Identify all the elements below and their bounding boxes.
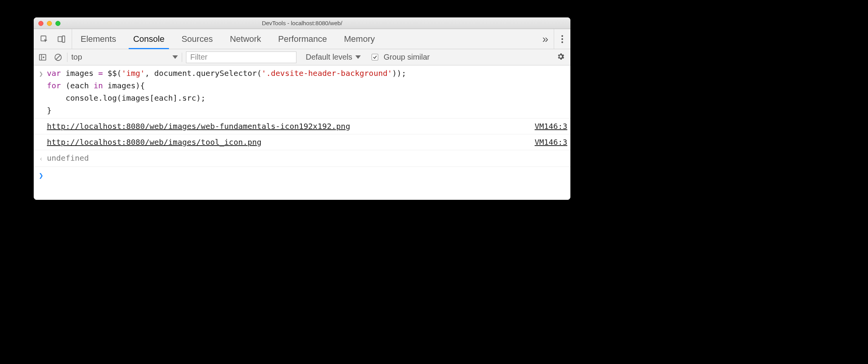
- traffic-lights: [38, 21, 60, 26]
- window-minimize-button[interactable]: [47, 21, 52, 26]
- log-message-link[interactable]: http://localhost:8080/web/images/tool_ic…: [47, 137, 262, 147]
- window-title: DevTools - localhost:8080/web/: [34, 20, 570, 26]
- svg-rect-1: [58, 36, 62, 41]
- return-chevron-icon: ‹: [35, 152, 47, 165]
- console-toolbar: top Default levels Group similar: [34, 49, 570, 65]
- group-similar-label: Group similar: [381, 53, 430, 62]
- console-prompt-input[interactable]: [47, 169, 567, 182]
- tab-memory[interactable]: Memory: [336, 29, 383, 49]
- console-output[interactable]: ❯ var images = $$('img', document.queryS…: [34, 65, 570, 200]
- log-levels-select[interactable]: Default levels: [300, 53, 366, 62]
- chevron-down-icon: [172, 55, 178, 59]
- console-input-echo: ❯ var images = $$('img', document.queryS…: [34, 65, 570, 118]
- console-return-row: ‹ undefined: [34, 150, 570, 167]
- window-zoom-button[interactable]: [55, 21, 60, 26]
- log-source-link[interactable]: VM146:3: [528, 120, 567, 132]
- log-message-link[interactable]: http://localhost:8080/web/images/web-fun…: [47, 122, 350, 131]
- window-titlebar: DevTools - localhost:8080/web/: [34, 17, 570, 29]
- console-filter-input[interactable]: [186, 52, 296, 63]
- console-prompt[interactable]: ❯: [34, 167, 570, 182]
- console-code: var images = $$('img', document.querySel…: [47, 67, 567, 117]
- panel-tabs: Elements Console Sources Network Perform…: [34, 29, 570, 49]
- devtools-window: DevTools - localhost:8080/web/: [34, 17, 570, 200]
- device-toolbar-icon[interactable]: [56, 34, 66, 44]
- return-value: undefined: [47, 152, 567, 165]
- tab-network[interactable]: Network: [221, 29, 270, 49]
- console-settings-icon[interactable]: [551, 52, 570, 62]
- tab-elements[interactable]: Elements: [72, 29, 125, 49]
- tabs-overflow-button[interactable]: »: [537, 29, 554, 49]
- execution-context-select[interactable]: top: [67, 52, 182, 63]
- devtools-menu-button[interactable]: [554, 29, 570, 49]
- tab-console[interactable]: Console: [125, 29, 173, 49]
- svg-point-5: [561, 41, 563, 43]
- input-chevron-icon: ❯: [35, 67, 47, 117]
- tab-list: Elements Console Sources Network Perform…: [72, 29, 383, 49]
- clear-console-icon[interactable]: [53, 52, 63, 62]
- show-console-sidebar-icon[interactable]: [38, 52, 48, 62]
- tab-performance[interactable]: Performance: [270, 29, 336, 49]
- prompt-chevron-icon: ❯: [35, 169, 47, 182]
- svg-point-3: [561, 35, 563, 36]
- group-similar-checkbox[interactable]: [372, 54, 378, 60]
- execution-context-label: top: [71, 53, 82, 62]
- log-source-link[interactable]: VM146:3: [528, 136, 567, 148]
- console-log-row: http://localhost:8080/web/images/tool_ic…: [34, 134, 570, 150]
- tab-sources[interactable]: Sources: [173, 29, 221, 49]
- console-log-row: http://localhost:8080/web/images/web-fun…: [34, 118, 570, 134]
- window-close-button[interactable]: [38, 21, 43, 26]
- inspect-element-icon[interactable]: [39, 34, 49, 44]
- svg-point-4: [561, 38, 563, 39]
- svg-rect-2: [62, 36, 65, 42]
- chevron-down-icon: [355, 55, 361, 59]
